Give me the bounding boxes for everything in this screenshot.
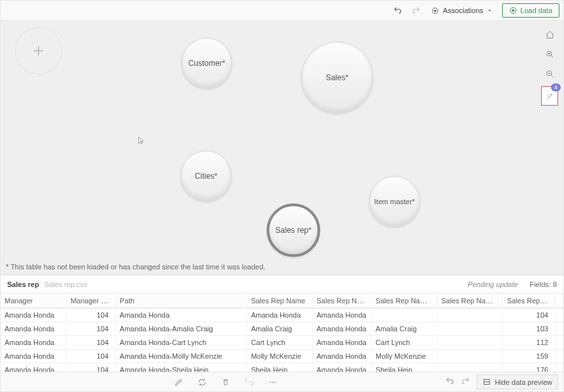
add-table-button[interactable]: [15, 27, 62, 74]
canvas-side-controls: 4: [541, 27, 558, 106]
table-cell: Molly McKenzie: [246, 349, 312, 363]
associations-dropdown[interactable]: Associations: [428, 7, 496, 15]
hide-preview-label: Hide data preview: [495, 378, 552, 386]
table-cell: Amanda Honda: [246, 308, 312, 322]
table-cell: Amanda Honda-Amalia Craig: [115, 322, 246, 335]
play-circle-icon: [509, 7, 517, 14]
refresh-button[interactable]: [197, 377, 207, 387]
top-toolbar: Associations Load data: [1, 1, 563, 21]
bottom-right-tools: Hide data preview: [445, 374, 558, 389]
svg-point-7: [275, 382, 276, 383]
edit-button[interactable]: [173, 377, 184, 387]
table-header-row: Manager Manager Nu… Path Sales Rep Name …: [1, 294, 563, 308]
recommendations-badge: 4: [551, 83, 561, 91]
table-cell: [555, 308, 563, 322]
table-cell: Amanda Honda-Molly McKenzie: [115, 349, 246, 363]
table-cell: 104: [67, 349, 115, 363]
table-row[interactable]: Amanda Honda104Amanda Honda-Amalia Craig…: [1, 322, 563, 335]
canvas-footnote: * This table has not been loaded or has …: [6, 263, 265, 271]
zoom-out-button[interactable]: [542, 67, 557, 81]
table-row[interactable]: Amanda Honda104Amanda Honda-Molly McKenz…: [1, 349, 563, 363]
svg-point-6: [272, 382, 273, 383]
bubble-label: Cities*: [195, 172, 218, 181]
table-cell: Amanda Honda-Sheila Hein: [115, 363, 246, 372]
preview-pending-label: Pending update: [468, 280, 518, 288]
associations-label: Associations: [443, 7, 483, 14]
bubble-cities[interactable]: Cities*: [181, 151, 231, 202]
svg-point-5: [270, 382, 271, 383]
table-cell: [555, 335, 563, 349]
table-cell: Amanda Honda: [1, 335, 67, 349]
table-cell: Cart Lynch: [372, 335, 438, 349]
redo-preview-button[interactable]: [461, 376, 470, 387]
bottom-center-tools: [173, 377, 278, 387]
table-cell: [372, 308, 438, 322]
col-salesrep-name1[interactable]: Sales Rep Name1: [312, 294, 372, 308]
preview-header: Sales rep Sales rep.csv Pending update F…: [1, 275, 563, 294]
col-salesrep-name[interactable]: Sales Rep Name: [246, 294, 312, 308]
table-cell: [437, 322, 503, 335]
table-cell: [437, 349, 503, 363]
table-row[interactable]: Amanda Honda104Amanda Honda-Cart LynchCa…: [1, 335, 563, 349]
preview-table-name: Sales rep: [7, 280, 39, 288]
bubble-sales-rep[interactable]: Sales rep*: [267, 204, 320, 257]
table-cell: Amalia Craig: [372, 322, 438, 335]
zoom-in-button[interactable]: [542, 47, 557, 61]
plus-icon: [31, 43, 46, 59]
table-cell: 176: [503, 363, 556, 372]
associations-canvas[interactable]: Customer* Sales* Cities* Sales rep* Item…: [1, 21, 563, 275]
svg-point-0: [434, 9, 436, 11]
table-cell: Amanda Honda: [312, 322, 372, 335]
delete-button[interactable]: [220, 377, 231, 387]
bubble-label: Sales rep*: [275, 226, 311, 235]
preview-file-name: Sales rep.csv: [44, 280, 87, 288]
table-cell: Amanda Honda: [312, 308, 372, 322]
table-cell: Sheila Hein: [246, 363, 312, 372]
bubble-label: Sales*: [326, 73, 349, 82]
table-cell: Amanda Honda: [115, 308, 246, 322]
bubble-item-master[interactable]: Item master*: [369, 176, 420, 227]
wand-icon: [546, 92, 554, 100]
bubble-customer[interactable]: Customer*: [181, 38, 232, 89]
col-salesrep-id[interactable]: Sales Rep ID: [503, 294, 556, 308]
table-cell: [437, 363, 503, 372]
col-manager[interactable]: Manager: [1, 294, 67, 308]
panel-icon: [482, 378, 491, 386]
hide-data-preview-button[interactable]: Hide data preview: [477, 374, 558, 389]
table-cell: Amanda Honda: [312, 349, 372, 363]
bottom-toolbar: Hide data preview: [1, 372, 563, 391]
col-scroll-gutter: [555, 294, 563, 308]
undo-button[interactable]: [392, 5, 404, 16]
preview-fields-count: Fields: 8: [529, 280, 557, 288]
table-cell: Molly McKenzie: [372, 349, 438, 363]
unlink-button[interactable]: [244, 377, 254, 387]
more-button[interactable]: [267, 377, 278, 387]
table-cell: 104: [67, 308, 115, 322]
col-path[interactable]: Path: [115, 294, 246, 308]
table-cell: [555, 322, 563, 335]
table-cell: 104: [67, 363, 115, 372]
table-cell: Amanda Honda: [1, 322, 67, 335]
bubble-label: Customer*: [188, 59, 226, 68]
table-cell: [437, 335, 503, 349]
col-salesrep-name3[interactable]: Sales Rep Name3: [437, 294, 503, 308]
table-row[interactable]: Amanda Honda104Amanda HondaAmanda HondaA…: [1, 308, 563, 322]
table-cell: Amanda Honda-Cart Lynch: [115, 335, 246, 349]
redo-button[interactable]: [410, 5, 422, 16]
undo-preview-button[interactable]: [445, 376, 454, 387]
load-data-label: Load data: [520, 7, 552, 14]
recommendations-button[interactable]: 4: [541, 86, 558, 106]
table-row[interactable]: Amanda Honda104Amanda Honda-Sheila HeinS…: [1, 363, 563, 372]
col-manager-no[interactable]: Manager Nu…: [67, 294, 115, 308]
table-cell: 103: [503, 322, 556, 335]
bubble-sales[interactable]: Sales*: [301, 42, 373, 113]
mouse-cursor-icon: [138, 136, 145, 146]
preview-table: Manager Manager Nu… Path Sales Rep Name …: [1, 294, 563, 372]
table-cell: Amanda Honda: [312, 363, 372, 372]
col-salesrep-name2[interactable]: Sales Rep Name2: [372, 294, 438, 308]
home-zoom-button[interactable]: [542, 27, 557, 42]
bubble-label: Item master*: [374, 198, 415, 205]
load-data-button[interactable]: Load data: [502, 3, 559, 18]
table-cell: Amanda Honda: [1, 363, 67, 372]
chevron-down-icon: [486, 7, 493, 14]
